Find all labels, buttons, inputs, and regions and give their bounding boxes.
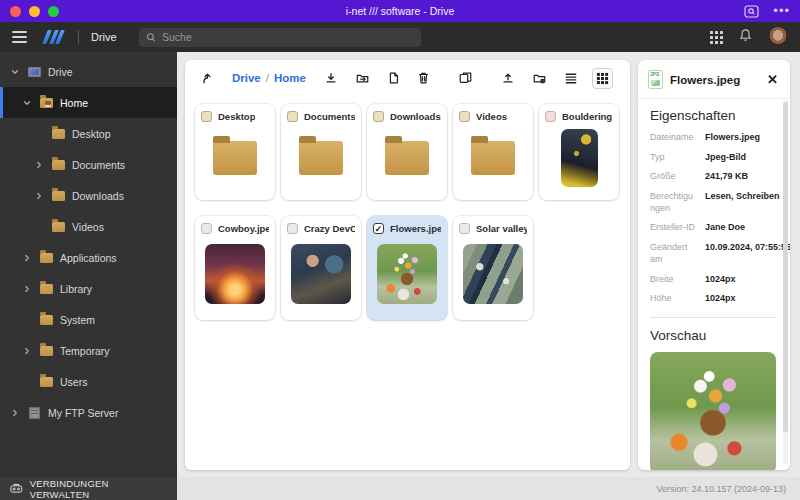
file-thumbnail-area — [201, 234, 269, 314]
property-value: 10.09.2024, 07:55:55 — [705, 242, 790, 265]
drive-app-window: i-net /// software - Drive ••• Drive — [0, 0, 800, 500]
sidebar-item-desktop[interactable]: Desktop — [0, 118, 177, 149]
new-folder-icon[interactable] — [529, 68, 550, 88]
properties-list: Dateiname Flowers.jpeg Typ Jpeg-Bild Grö… — [650, 132, 776, 305]
search-input[interactable] — [162, 31, 414, 43]
folder-icon — [51, 160, 65, 170]
divider — [650, 317, 776, 318]
titlebar-search-icon[interactable] — [744, 5, 759, 18]
property-row: Typ Jpeg-Bild — [650, 152, 776, 164]
file-checkbox[interactable] — [287, 111, 298, 122]
chevron-icon[interactable] — [34, 161, 44, 169]
file-card-flowers-jpeg[interactable]: ✓ Flowers.jpeg — [367, 216, 447, 320]
file-thumbnail-area — [287, 122, 355, 194]
property-value: 241,79 KB — [705, 171, 776, 183]
notifications-bell-icon[interactable] — [739, 28, 752, 46]
duplicate-folder-icon[interactable] — [455, 68, 476, 88]
preview-image — [650, 352, 776, 470]
file-thumbnail-area — [459, 234, 527, 314]
file-checkbox[interactable] — [459, 111, 470, 122]
file-name-label: Solar valley.... — [476, 223, 527, 234]
breadcrumb-root-link[interactable]: Drive — [232, 72, 261, 84]
sidebar-item-drive[interactable]: Drive — [0, 56, 177, 87]
folder-icon — [39, 315, 53, 325]
titlebar: i-net /// software - Drive ••• — [0, 0, 800, 22]
property-value: Lesen, Schreiben — [705, 191, 780, 214]
chevron-icon[interactable] — [10, 68, 20, 76]
file-checkbox[interactable]: ✓ — [373, 223, 384, 234]
file-card-downloads[interactable]: Downloads — [367, 104, 447, 200]
file-checkbox[interactable] — [201, 111, 212, 122]
file-checkbox[interactable] — [201, 223, 212, 234]
sidebar-item-label: Documents — [72, 159, 125, 171]
file-card-cowboy-jpeg[interactable]: Cowboy.jpeg — [195, 216, 275, 320]
folder-icon — [51, 129, 65, 139]
zoom-window-button[interactable] — [48, 6, 59, 17]
chevron-icon[interactable] — [34, 192, 44, 200]
image-thumbnail — [291, 244, 351, 304]
sidebar-item-system[interactable]: System — [0, 304, 177, 335]
file-card-crazy-devo[interactable]: Crazy DevO... — [281, 216, 361, 320]
sidebar-item-users[interactable]: Users — [0, 366, 177, 397]
file-checkbox[interactable] — [459, 223, 470, 234]
sidebar-item-documents[interactable]: Documents — [0, 149, 177, 180]
breadcrumb-current-link[interactable]: Home — [274, 72, 306, 84]
chevron-icon[interactable] — [10, 409, 20, 417]
file-card-documents[interactable]: Documents — [281, 104, 361, 200]
app-grid-icon[interactable] — [710, 31, 723, 44]
property-row: Höhe 1024px — [650, 293, 776, 305]
list-view-icon[interactable] — [561, 69, 581, 88]
panel-scrollbar-thumb[interactable] — [783, 102, 788, 432]
drive-icon — [27, 67, 41, 77]
property-value: Jpeg-Bild — [705, 152, 776, 164]
sidebar-item-label: Home — [60, 97, 88, 109]
folder-icon — [471, 141, 515, 175]
chevron-icon[interactable] — [22, 99, 32, 107]
manage-connections-button[interactable]: VERBINDUNGEN VERWALTEN — [0, 477, 177, 500]
manage-connections-label: VERBINDUNGEN VERWALTEN — [30, 478, 167, 500]
search-box[interactable] — [139, 28, 421, 47]
file-card-desktop[interactable]: Desktop — [195, 104, 275, 200]
file-thumbnail-area — [201, 122, 269, 194]
minimize-window-button[interactable] — [29, 6, 40, 17]
move-to-folder-icon[interactable] — [352, 68, 373, 88]
go-up-icon[interactable] — [197, 68, 217, 88]
file-checkbox[interactable] — [545, 111, 556, 122]
download-icon[interactable] — [321, 68, 341, 88]
sidebar-item-library[interactable]: Library — [0, 273, 177, 304]
titlebar-more-icon[interactable]: ••• — [773, 6, 790, 16]
menu-hamburger-icon[interactable] — [12, 31, 27, 43]
file-card-solar-valley[interactable]: Solar valley.... — [453, 216, 533, 320]
chevron-icon[interactable] — [22, 347, 32, 355]
sidebar-item-home[interactable]: Home — [0, 87, 177, 118]
property-row: Größe 241,79 KB — [650, 171, 776, 183]
user-avatar[interactable] — [768, 27, 788, 47]
file-card-bouldering[interactable]: Bouldering.... — [539, 104, 619, 200]
sidebar-item-temporary[interactable]: Temporary — [0, 335, 177, 366]
file-checkbox[interactable] — [373, 111, 384, 122]
sidebar-item-applications[interactable]: Applications — [0, 242, 177, 273]
content-area: Drive / Home — [177, 52, 800, 477]
chevron-icon[interactable] — [22, 285, 32, 293]
folder-icon — [39, 284, 53, 294]
version-label: Version: 24.10.157 (2024-09-13) — [177, 477, 800, 500]
file-checkbox[interactable] — [287, 223, 298, 234]
grid-view-icon[interactable] — [592, 68, 613, 89]
file-name-label: Documents — [304, 111, 355, 122]
delete-trash-icon[interactable] — [414, 68, 433, 88]
property-row: Ersteller-ID Jane Doe — [650, 222, 776, 234]
folder-icon — [51, 222, 65, 232]
image-thumbnail — [377, 244, 437, 304]
sidebar-item-downloads[interactable]: Downloads — [0, 180, 177, 211]
copy-document-icon[interactable] — [384, 68, 403, 88]
sidebar-item-my-ftp-server[interactable]: My FTP Server — [0, 397, 177, 428]
close-details-icon[interactable]: ✕ — [765, 72, 780, 87]
sidebar-item-videos[interactable]: Videos — [0, 211, 177, 242]
upload-icon[interactable] — [498, 68, 518, 88]
close-window-button[interactable] — [10, 6, 21, 17]
folder-icon — [39, 377, 53, 387]
folder-icon — [39, 346, 53, 356]
chevron-icon[interactable] — [22, 254, 32, 262]
property-value: 1024px — [705, 293, 776, 305]
file-card-videos[interactable]: Videos — [453, 104, 533, 200]
